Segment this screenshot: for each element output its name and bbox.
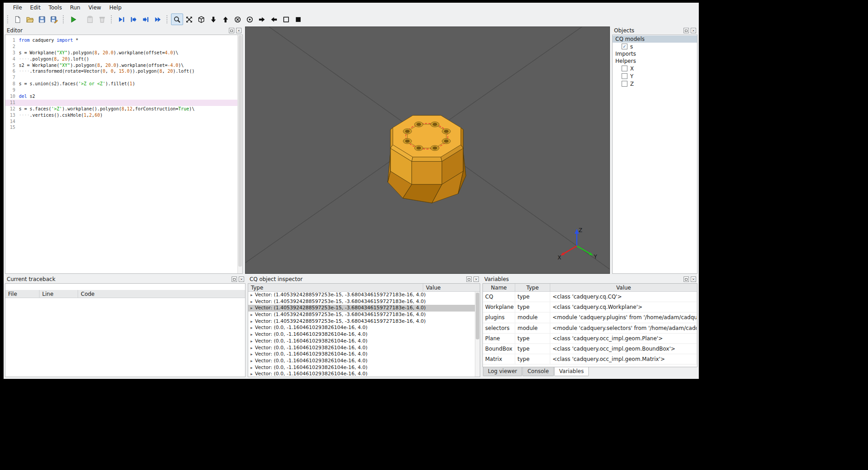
bottom-view-button[interactable] (207, 13, 219, 25)
toolbar-handle[interactable] (63, 15, 66, 23)
expand-arrow-icon[interactable]: ▸ (248, 312, 255, 318)
variables-row[interactable]: CQtype<class 'cadquery.cq.CQ'> (483, 292, 697, 302)
inspector-row[interactable]: ▸Vector: (0.0, -1.1604610293826104e-16, … (248, 365, 475, 371)
continue-button[interactable] (152, 13, 164, 25)
left-view-button[interactable] (268, 13, 280, 25)
column-header-value[interactable]: Value (423, 284, 480, 291)
top-view-button[interactable] (219, 13, 232, 25)
back-view-button[interactable] (244, 13, 256, 25)
inspector-row[interactable]: ▸Vector: (0.0, -1.1604610293826104e-16, … (248, 331, 475, 338)
tree-group-helpers[interactable]: Helpers (613, 57, 697, 65)
inspector-row[interactable]: ▸Vector: (1.4053924288597253e-15, -3.680… (248, 292, 475, 299)
toolbar-handle[interactable] (111, 15, 114, 23)
step-over-button[interactable] (127, 13, 140, 25)
expand-arrow-icon[interactable]: ▸ (248, 331, 255, 338)
fit-view-button[interactable] (171, 13, 183, 25)
save-button[interactable] (36, 13, 48, 25)
column-header-type[interactable]: Type (248, 284, 423, 291)
tree-item-z[interactable]: Z (613, 80, 697, 88)
objects-close-button[interactable]: × (691, 28, 696, 33)
expand-arrow-icon[interactable]: ▸ (248, 305, 255, 312)
expand-arrow-icon[interactable]: ▸ (248, 365, 255, 371)
variables-row[interactable]: Matrixtype<class 'cadquery.occ_impl.geom… (483, 354, 697, 365)
checkbox-x[interactable] (622, 66, 627, 71)
objects-float-button[interactable] (684, 28, 689, 33)
expand-arrow-icon[interactable]: ▸ (248, 371, 255, 377)
menu-view[interactable]: View (84, 4, 105, 12)
menu-tools[interactable]: Tools (44, 4, 66, 12)
tree-item-s[interactable]: ✓s (613, 43, 697, 50)
tree-group-imports[interactable]: Imports (613, 50, 697, 57)
open-button[interactable] (24, 13, 36, 25)
front-view-button[interactable] (232, 13, 244, 25)
column-header-code[interactable]: Code (78, 290, 245, 298)
save-as-button[interactable] (48, 13, 60, 25)
tree-group-cq-models[interactable]: CQ models (613, 35, 697, 43)
column-header-line[interactable]: Line (39, 290, 78, 298)
expand-arrow-icon[interactable]: ▸ (248, 325, 255, 331)
column-header-type[interactable]: Type (515, 284, 550, 291)
tab-console[interactable]: Console (522, 367, 554, 376)
new-script-button[interactable] (12, 13, 24, 25)
viewport-canvas[interactable]: X Y Z (245, 27, 609, 273)
tab-variables[interactable]: Variables (554, 367, 589, 376)
variables-close-button[interactable]: × (691, 277, 696, 282)
fit-all-button[interactable] (183, 13, 195, 25)
variables-row[interactable]: selectorsmodule<module 'cadquery.selecto… (483, 323, 697, 334)
toolbar-handle[interactable] (7, 15, 10, 23)
menu-file[interactable]: File (9, 4, 26, 12)
tree-item-x[interactable]: X (613, 65, 697, 72)
editor-close-button[interactable]: × (236, 28, 241, 33)
step-into-button[interactable] (140, 13, 152, 25)
inspector-row[interactable]: ▸Vector: (0.0, -1.1604610293826104e-16, … (248, 358, 475, 365)
traceback-float-button[interactable] (232, 277, 237, 282)
right-view-button[interactable] (256, 13, 268, 25)
variables-row[interactable]: Workplanetype<class 'cadquery.cq.Workpla… (483, 302, 697, 312)
viewport-3d[interactable]: X Y Z (245, 26, 610, 274)
expand-arrow-icon[interactable]: ▸ (248, 299, 255, 305)
inspector-row[interactable]: ▸Vector: (0.0, -1.1604610293826104e-16, … (248, 325, 475, 331)
wireframe-button[interactable] (280, 13, 292, 25)
editor-scrollbar[interactable] (237, 35, 242, 273)
expand-arrow-icon[interactable]: ▸ (248, 351, 255, 358)
variables-row[interactable]: BoundBoxtype<class 'cadquery.occ_impl.ge… (483, 344, 697, 354)
inspector-scrollbar[interactable] (475, 292, 480, 377)
column-header-value[interactable]: Value (550, 284, 697, 291)
editor-float-button[interactable] (229, 28, 234, 33)
expand-arrow-icon[interactable]: ▸ (248, 318, 255, 325)
inspector-float-button[interactable] (466, 277, 472, 282)
inspector-row[interactable]: ▸Vector: (0.0, -1.1604610293826104e-16, … (248, 371, 475, 377)
debug-button[interactable] (115, 13, 127, 25)
expand-arrow-icon[interactable]: ▸ (248, 338, 255, 345)
inspector-row[interactable]: ▸Vector: (0.0, -1.1604610293826104e-16, … (248, 338, 475, 345)
column-header-name[interactable]: Name (483, 284, 515, 291)
inspector-row[interactable]: ▸Vector: (0.0, -1.1604610293826104e-16, … (248, 351, 475, 358)
editor-scrollbar-thumb[interactable] (238, 35, 242, 267)
menu-run[interactable]: Run (66, 4, 84, 12)
tab-log-viewer[interactable]: Log viewer (483, 367, 522, 376)
inspector-close-button[interactable]: × (473, 277, 479, 282)
expand-arrow-icon[interactable]: ▸ (248, 345, 255, 351)
inspector-row[interactable]: ▸Vector: (1.4053924288597253e-15, -3.680… (248, 312, 475, 318)
expand-arrow-icon[interactable]: ▸ (248, 292, 255, 299)
code-editor[interactable]: 1from cadquery import *23s = Workplane("… (5, 35, 242, 131)
tree-item-y[interactable]: Y (613, 72, 697, 80)
toolbar-handle[interactable] (167, 15, 169, 23)
checkbox-s[interactable]: ✓ (622, 44, 627, 49)
column-header-file[interactable]: File (5, 290, 39, 298)
variables-row[interactable]: Planetype<class 'cadquery.occ_impl.geom.… (483, 334, 697, 344)
menu-help[interactable]: Help (105, 4, 125, 12)
inspector-row[interactable]: ▸Vector: (1.4053924288597253e-15, -3.680… (248, 299, 475, 305)
inspector-row[interactable]: ▸Vector: (1.4053924288597253e-15, -3.680… (248, 318, 475, 325)
inspector-row[interactable]: ▸Vector: (0.0, -1.1604610293826104e-16, … (248, 345, 475, 351)
checkbox-z[interactable] (622, 81, 627, 87)
delete-button[interactable] (96, 13, 108, 25)
inspector-scrollbar-thumb[interactable] (476, 293, 479, 339)
iso-view-button[interactable] (195, 13, 207, 25)
run-button[interactable] (67, 13, 79, 25)
menu-edit[interactable]: Edit (26, 4, 44, 12)
checkbox-y[interactable] (622, 73, 627, 79)
variables-float-button[interactable] (684, 277, 689, 282)
inspector-row[interactable]: ▸Vector: (1.4053924288597253e-15, -3.680… (248, 305, 475, 312)
traceback-close-button[interactable]: × (239, 277, 244, 282)
